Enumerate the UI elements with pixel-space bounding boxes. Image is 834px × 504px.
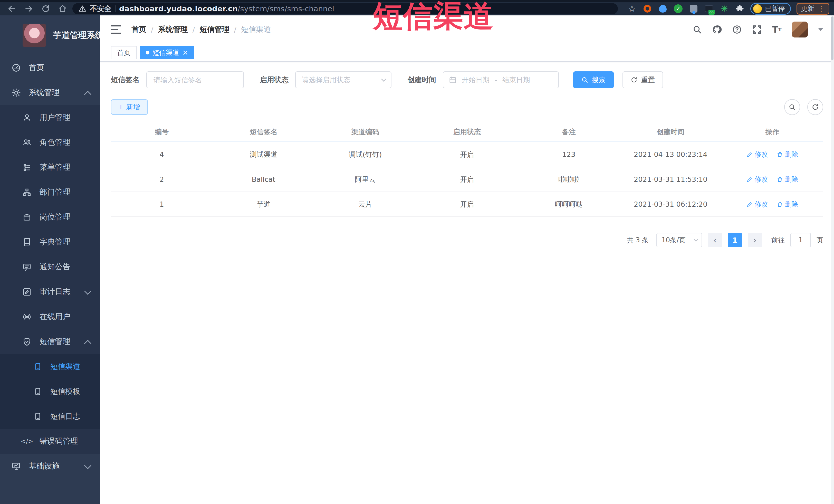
extension-grid-icon[interactable] bbox=[689, 4, 699, 14]
edit-link[interactable]: 修改 bbox=[746, 200, 768, 209]
edit-link[interactable]: 修改 bbox=[746, 175, 768, 184]
app-logo-row[interactable]: 芋道管理系统 bbox=[0, 16, 100, 55]
bookmark-star-icon[interactable]: ☆ bbox=[627, 4, 637, 14]
breadcrumb-sms[interactable]: 短信管理 bbox=[200, 24, 229, 35]
sidebar-item-dictionary[interactable]: 字典管理 bbox=[0, 229, 100, 255]
prev-page-button[interactable]: ‹ bbox=[708, 233, 722, 247]
date-range-picker[interactable]: 开始日期 - 结束日期 bbox=[443, 71, 559, 88]
message-icon bbox=[22, 263, 32, 271]
breadcrumb-home[interactable]: 首页 bbox=[131, 24, 146, 35]
search-icon[interactable] bbox=[693, 25, 702, 34]
pagination: 共 3 条 10条/页 ‹ 1 › 前往 页 bbox=[111, 233, 823, 247]
phone-icon bbox=[33, 388, 43, 396]
monitor-icon bbox=[11, 462, 21, 471]
url-separator bbox=[115, 5, 115, 12]
table-toolbar: + 新增 bbox=[111, 99, 823, 115]
calendar-icon bbox=[449, 76, 457, 84]
scrollbar[interactable] bbox=[831, 16, 834, 504]
page-size-select[interactable]: 10条/页 bbox=[656, 233, 702, 247]
sms-channel-table: 编号 短信签名 渠道编码 启用状态 备注 创建时间 操作 4 测试渠道 调试(钉… bbox=[111, 122, 823, 217]
breadcrumb-system[interactable]: 系统管理 bbox=[158, 24, 188, 35]
table-row: 1 芋道 云片 开启 呵呵呵哒 2021-03-31 06:12:20 修改 删… bbox=[111, 192, 823, 217]
address-bar[interactable]: 不安全 dashboard.yudao.iocoder.cn/system/sm… bbox=[72, 3, 618, 14]
toggle-search-button[interactable] bbox=[784, 99, 800, 115]
end-date-placeholder: 结束日期 bbox=[502, 75, 530, 85]
browser-reload-icon[interactable] bbox=[39, 3, 53, 15]
sidebar-item-error-codes[interactable]: </> 错误码管理 bbox=[0, 429, 100, 454]
sidebar-item-announcements[interactable]: 通知公告 bbox=[0, 255, 100, 279]
menu-list-icon bbox=[22, 163, 32, 172]
browser-forward-icon[interactable] bbox=[22, 3, 36, 15]
sidebar-item-sms-channel[interactable]: 短信渠道 bbox=[0, 354, 100, 379]
chevron-up-icon bbox=[84, 340, 91, 347]
chevron-down-icon bbox=[84, 288, 91, 295]
delete-link[interactable]: 删除 bbox=[777, 150, 798, 159]
browser-back-icon[interactable] bbox=[5, 3, 19, 15]
dashboard-icon bbox=[11, 63, 21, 72]
github-icon[interactable] bbox=[712, 25, 722, 35]
font-size-icon[interactable]: TT bbox=[772, 25, 782, 34]
tab-home[interactable]: 首页 bbox=[111, 46, 136, 59]
sidebar-item-sms-log[interactable]: 短信日志 bbox=[0, 404, 100, 429]
user-avatar[interactable] bbox=[792, 22, 808, 38]
extension-green-check-icon[interactable]: ✓ bbox=[673, 4, 683, 14]
url-text[interactable]: dashboard.yudao.iocoder.cn/system/sms/sm… bbox=[119, 4, 334, 13]
browser-update-button[interactable]: 更新 ⋮ bbox=[796, 3, 829, 15]
extension-dark-on-icon[interactable] bbox=[704, 4, 714, 14]
delete-link[interactable]: 删除 bbox=[777, 175, 798, 184]
next-page-button[interactable]: › bbox=[748, 233, 762, 247]
delete-link[interactable]: 删除 bbox=[777, 200, 798, 209]
tags-view-bar: 首页 短信渠道 × bbox=[100, 44, 834, 62]
sidebar-item-infrastructure[interactable]: 基础设施 bbox=[0, 454, 100, 479]
sidebar-item-menus[interactable]: 菜单管理 bbox=[0, 155, 100, 180]
profile-paused-badge[interactable]: 已暂停 bbox=[750, 3, 791, 15]
sidebar-item-roles[interactable]: 角色管理 bbox=[0, 130, 100, 155]
extensions-puzzle-icon[interactable] bbox=[735, 4, 745, 14]
current-page-button[interactable]: 1 bbox=[728, 233, 742, 247]
sidebar-item-audit-logs[interactable]: 审计日志 bbox=[0, 279, 100, 304]
sidebar-item-system[interactable]: 系统管理 bbox=[0, 80, 100, 105]
browser-home-icon[interactable] bbox=[56, 3, 70, 15]
fullscreen-icon[interactable] bbox=[752, 25, 762, 35]
table-header-row: 编号 短信签名 渠道编码 启用状态 备注 创建时间 操作 bbox=[111, 122, 823, 142]
sidebar-item-home[interactable]: 首页 bbox=[0, 55, 100, 80]
edit-link[interactable]: 修改 bbox=[746, 150, 768, 159]
chevron-down-icon bbox=[694, 237, 698, 242]
refresh-button[interactable] bbox=[807, 99, 823, 115]
sidebar-menu: 首页 系统管理 用户管理 角色管理 菜单管理 bbox=[0, 55, 100, 479]
add-button[interactable]: + 新增 bbox=[111, 100, 148, 115]
sidebar: 芋道管理系统 首页 系统管理 用户管理 角色管理 bbox=[0, 16, 100, 504]
sign-input[interactable] bbox=[146, 71, 244, 88]
scrollbar-thumb[interactable] bbox=[831, 17, 833, 60]
help-icon[interactable] bbox=[732, 25, 742, 35]
tab-sms-channel[interactable]: 短信渠道 × bbox=[140, 46, 194, 59]
sidebar-item-departments[interactable]: 部门管理 bbox=[0, 180, 100, 205]
search-button[interactable]: 搜索 bbox=[573, 71, 614, 88]
table-row: 2 Ballcat 阿里云 开启 啦啦啦 2021-03-31 11:53:10… bbox=[111, 167, 823, 192]
extension-blue-drop-icon[interactable] bbox=[658, 4, 668, 14]
close-icon[interactable]: × bbox=[182, 49, 188, 56]
security-label[interactable]: 不安全 bbox=[90, 4, 111, 14]
book-icon bbox=[22, 238, 32, 246]
browser-menu-dots-icon[interactable]: ⋮ bbox=[818, 5, 825, 12]
sidebar-item-sms[interactable]: 短信管理 bbox=[0, 329, 100, 354]
table-row: 4 测试渠道 调试(钉钉) 开启 123 2021-04-13 00:23:14… bbox=[111, 142, 823, 167]
sidebar-item-sms-template[interactable]: 短信模板 bbox=[0, 379, 100, 404]
extension-leaf-icon[interactable]: ✳ bbox=[720, 4, 729, 14]
sidebar-item-posts[interactable]: 岗位管理 bbox=[0, 205, 100, 229]
active-tab-dot-icon bbox=[146, 51, 149, 54]
sidebar-item-users[interactable]: 用户管理 bbox=[0, 105, 100, 130]
reset-button[interactable]: 重置 bbox=[622, 71, 663, 88]
annotation-overlay-title: 短信渠道 bbox=[373, 0, 494, 37]
extension-orange-icon[interactable] bbox=[642, 4, 652, 14]
goto-label: 前往 bbox=[771, 236, 785, 245]
avatar-caret-icon[interactable] bbox=[818, 28, 823, 31]
status-select[interactable]: 请选择启用状态 bbox=[295, 71, 392, 88]
phone-icon bbox=[33, 363, 43, 371]
goto-page-input[interactable] bbox=[790, 233, 811, 247]
plus-icon: + bbox=[118, 103, 123, 111]
audit-log-icon bbox=[22, 288, 32, 296]
status-text: 开启 bbox=[416, 200, 518, 209]
sidebar-item-online-users[interactable]: 在线用户 bbox=[0, 304, 100, 329]
sidebar-toggle-icon[interactable] bbox=[111, 25, 121, 34]
